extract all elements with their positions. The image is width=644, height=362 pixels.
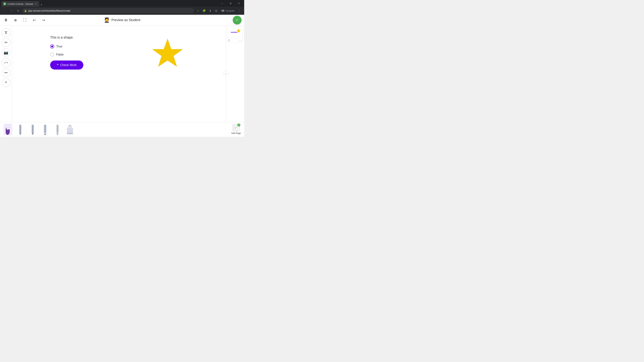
tab-close-button[interactable]: ✕ [34,2,37,5]
address-bar: ← → ↻ 🔒 app.seesaw.me/#/activities/libra… [0,7,244,15]
svg-rect-23 [67,133,73,134]
pencil-tool-3[interactable] [40,124,50,135]
text-icon: T [4,30,7,35]
svg-rect-14 [44,125,46,133]
svg-marker-1 [236,29,241,33]
split-button[interactable]: ⊟ [214,8,219,13]
hand-cursor-tool[interactable] [3,124,12,135]
delete-button[interactable]: 🗑 [3,17,10,23]
canvas-area[interactable]: This is a shape. True False ❝ Check Work [12,25,226,122]
pencil-3-svg [44,124,46,135]
address-bar-actions: ☆ 🧩 ⬇ ⊟ Incognito ⋮ [196,8,242,13]
preview-center: 🧑‍🎓 Preview as Student [104,17,140,23]
hand-icon-container [4,126,12,135]
pen-tool-button[interactable]: ✏ [2,38,10,47]
minimize-button[interactable]: ─ [218,1,226,6]
preview-label: Preview as Student [111,18,140,22]
active-tab[interactable]: S Creative Canvas - Seesaw ✕ [1,1,39,7]
check-icon: ✓+ [4,61,8,64]
bookmark-button[interactable]: ☆ [196,8,201,13]
incognito-label: Incognito [226,9,234,12]
done-button[interactable]: ✓ [233,16,242,24]
add-page-icon: + [232,124,239,131]
fullscreen-button[interactable]: ⛶ [22,17,28,23]
refresh-button[interactable]: ↻ [16,8,21,13]
camera-tool-button[interactable]: 📷 [2,48,10,57]
svg-rect-5 [19,124,21,125]
true-label: True [56,45,62,48]
tab-title: Creative Canvas - Seesaw [8,3,33,5]
check-work-icon: ❝ [57,63,58,67]
svg-marker-0 [152,39,183,66]
redo-button[interactable]: ↪ [40,17,47,23]
tab-bar: S Creative Canvas - Seesaw ✕ + [1,0,217,7]
thumbnail-footer: 1 ⋯ [228,38,243,42]
new-tab-button[interactable]: + [39,3,44,7]
svg-marker-16 [44,134,46,135]
download-button[interactable]: ⬇ [208,8,213,13]
more-tool-button[interactable]: ••• [2,68,10,77]
close-button[interactable]: ✕ [235,1,243,6]
true-radio[interactable] [50,44,54,48]
svg-rect-24 [68,126,72,128]
thumbnail-star [236,28,241,34]
camera-icon: 📷 [4,50,8,55]
add-page-plus-icon: + [237,123,240,126]
check-tool-button[interactable]: ✓+ [2,58,10,67]
pen-icon: ✏ [4,40,8,45]
page-1-thumbnail[interactable]: 1 ⋯ [227,27,243,43]
eraser-icon [66,126,73,135]
extensions-button[interactable]: 🧩 [202,8,207,13]
page-menu-button[interactable]: ⋯ [239,39,242,42]
page-number: 1 [228,39,230,41]
pencil-tool-1[interactable] [16,124,25,135]
toolbar-left: 🗑 ⊕ ⛶ ↩ ↪ [3,17,47,23]
pencil-tool-2[interactable] [28,124,37,135]
thumbnail-preview [228,27,242,38]
false-radio[interactable] [50,52,54,56]
forward-button[interactable]: → [9,8,14,13]
add-page-button[interactable]: + Add Page [231,124,241,134]
quote-tool-button[interactable]: ❝ [2,78,10,87]
window-controls: ─ ⧉ ✕ [218,1,243,6]
quote-icon: ❝ [5,81,7,85]
svg-rect-22 [67,128,73,133]
browser-chrome: S Creative Canvas - Seesaw ✕ + ─ ⧉ ✕ [0,0,244,7]
svg-rect-9 [32,124,34,125]
undo-button[interactable]: ↩ [31,17,38,23]
pencil-2-svg [32,124,34,135]
app-container: 🗑 ⊕ ⛶ ↩ ↪ 🧑‍🎓 Preview as Student ✓ T ✏ 📷 [0,15,244,137]
text-tool-button[interactable]: T [2,28,10,37]
pencil-4-icon [56,126,59,135]
more-icon: ••• [4,71,8,75]
star-shape [151,35,184,73]
back-button[interactable]: ← [2,8,8,13]
zoom-in-button[interactable]: ⊕ [12,17,19,23]
add-page-label: Add Page [231,132,241,134]
check-work-label: Check Work [60,63,77,67]
url-bar[interactable]: 🔒 app.seesaw.me/#/activities/library/cre… [22,8,194,13]
pencil-tool-4[interactable] [53,124,62,135]
url-text: app.seesaw.me/#/activities/library/creat… [28,9,70,12]
browser-menu-button[interactable]: ⋮ [237,8,242,13]
activity-canvas: This is a shape. True False ❝ Check Work [44,29,194,122]
star-svg [151,35,184,72]
svg-rect-18 [56,125,58,132]
restore-button[interactable]: ⧉ [227,1,234,6]
eraser-svg [66,124,73,135]
pencil-2-icon [32,126,34,135]
check-work-button[interactable]: ❝ Check Work [50,60,83,69]
eraser-tool[interactable] [66,124,74,135]
pencil-1-svg [19,124,22,135]
false-label: False [56,53,64,56]
pencil-3-icon [44,126,46,135]
svg-rect-15 [44,133,46,134]
svg-rect-2 [6,124,10,128]
svg-marker-20 [56,133,58,135]
svg-rect-6 [19,125,21,133]
bottom-bar: + Add Page [0,122,244,137]
panel-toggle-button[interactable]: › [223,71,228,76]
svg-point-21 [57,125,58,126]
content-area: T ✏ 📷 ✓+ ••• ❝ This is a shape. [0,25,244,122]
incognito-icon [221,9,224,12]
